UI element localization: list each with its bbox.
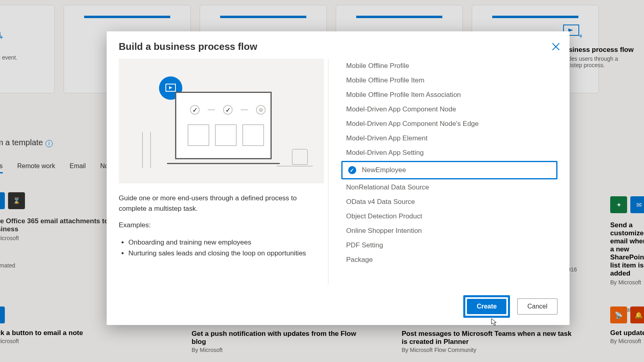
bpf-illustration: ✓ ✓ ○ bbox=[119, 59, 324, 183]
modal-footer: Create Cancel bbox=[463, 295, 557, 318]
entity-option[interactable]: Mobile Offline Profile bbox=[341, 59, 557, 73]
modal-description: Guide one or more end-users through a de… bbox=[119, 193, 315, 214]
bpf-modal: Build a business process flow ✓ ✓ ○ bbox=[107, 31, 570, 325]
entity-option[interactable]: Model-Driven App Component Node bbox=[341, 102, 557, 117]
entity-list: Mobile Offline ProfileMobile Offline Pro… bbox=[341, 59, 557, 267]
step-dot-icon: ✓ bbox=[190, 105, 200, 115]
modal-left-pane: ✓ ✓ ○ Guide one o bbox=[119, 59, 328, 284]
example-item: Nurturing sales leads and closing the lo… bbox=[128, 248, 315, 259]
examples-list: Onboarding and training new employees Nu… bbox=[128, 237, 315, 259]
entity-option[interactable]: Mobile Offline Profile Item Association bbox=[341, 88, 557, 102]
close-icon[interactable] bbox=[551, 42, 561, 51]
entity-picker: Mobile Offline ProfileMobile Offline Pro… bbox=[328, 59, 557, 284]
examples-label: Examples: bbox=[119, 220, 315, 230]
step-dot-icon: ○ bbox=[256, 105, 266, 115]
modal-title: Build a business process flow bbox=[107, 31, 570, 59]
entity-option[interactable]: OData v4 Data Source bbox=[341, 195, 557, 209]
entity-option[interactable]: Mobile Offline Profile Item bbox=[341, 73, 557, 88]
entity-option[interactable]: Package bbox=[341, 253, 557, 267]
entity-option[interactable]: Model-Driven App Setting bbox=[341, 146, 557, 160]
entity-option[interactable]: Object Detection Product bbox=[341, 209, 557, 224]
step-dot-icon: ✓ bbox=[223, 105, 233, 115]
entity-option[interactable]: Model-Driven App Component Node's Edge bbox=[341, 117, 557, 131]
entity-option[interactable]: NewEmployee bbox=[341, 161, 557, 179]
create-button[interactable]: Create bbox=[467, 299, 506, 314]
entity-option[interactable]: Online Shopper Intention bbox=[341, 224, 557, 238]
entity-option[interactable]: Model-Driven App Element bbox=[341, 131, 557, 146]
cancel-button[interactable]: Cancel bbox=[517, 298, 557, 315]
example-item: Onboarding and training new employees bbox=[128, 237, 315, 248]
svg-marker-8 bbox=[169, 86, 172, 89]
entity-option[interactable]: PDF Setting bbox=[341, 238, 557, 253]
entity-option[interactable]: NonRelational Data Source bbox=[341, 180, 557, 195]
create-button-highlight: Create bbox=[463, 295, 510, 318]
